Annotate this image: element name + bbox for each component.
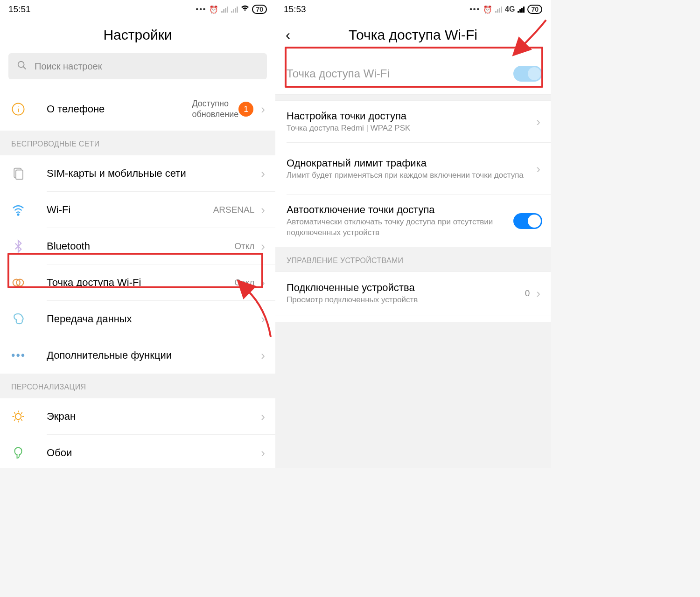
chevron-right-icon: › xyxy=(259,348,267,363)
signal-icon xyxy=(518,6,525,13)
alarm-icon: ⏰ xyxy=(483,5,492,14)
battery-icon: 70 xyxy=(527,5,542,14)
about-title: О телефоне xyxy=(47,103,185,115)
settings-screen: 15:51 ••• ⏰ 70 Настройки Поиск настроек xyxy=(0,0,275,468)
wifi-value: ARSENAL xyxy=(213,205,255,215)
more-icon: ••• xyxy=(11,349,35,362)
hotspot-value: Откл xyxy=(234,278,254,288)
wallpaper-icon xyxy=(11,446,35,460)
data-title: Передача данных xyxy=(47,313,259,325)
update-badge: 1 xyxy=(238,102,253,117)
more-icon: ••• xyxy=(196,5,207,14)
hotspot-toggle[interactable] xyxy=(513,66,542,82)
info-icon xyxy=(11,102,35,116)
status-bar: 15:53 ••• ⏰ 4G 70 xyxy=(275,0,551,19)
hotspot-setup-row[interactable]: Настройка точки доступа Точка доступа Re… xyxy=(275,101,551,143)
display-row[interactable]: Экран › xyxy=(0,398,275,435)
chevron-right-icon: › xyxy=(534,162,542,176)
hotspot-toggle-row[interactable]: Точка доступа Wi-Fi xyxy=(275,53,551,94)
svg-line-1 xyxy=(23,66,26,69)
search-placeholder: Поиск настроек xyxy=(35,61,102,72)
wallpaper-row[interactable]: Обои › xyxy=(0,435,275,468)
toggle-label: Точка доступа Wi-Fi xyxy=(287,67,513,80)
chevron-right-icon: › xyxy=(534,286,542,301)
bluetooth-icon xyxy=(11,239,35,253)
data-icon xyxy=(11,312,35,326)
auto-off-toggle[interactable] xyxy=(513,213,542,229)
back-button[interactable]: ‹ xyxy=(286,27,290,43)
alarm-icon: ⏰ xyxy=(209,5,218,14)
connected-devices-row[interactable]: Подключенные устройства Просмотр подключ… xyxy=(275,272,551,315)
signal-icon xyxy=(221,6,228,13)
hotspot-title: Точка доступа Wi-Fi xyxy=(47,277,234,289)
sim-row[interactable]: SIM-карты и мобильные сети › xyxy=(0,155,275,192)
status-icons: ••• ⏰ 70 xyxy=(196,5,267,14)
hotspot-row[interactable]: Точка доступа Wi-Fi Откл › xyxy=(0,264,275,301)
devices-count: 0 xyxy=(525,288,530,298)
page-title: ‹ Точка доступа Wi-Fi xyxy=(275,19,551,53)
network-label: 4G xyxy=(505,5,515,14)
signal-icon xyxy=(231,6,238,13)
more-title: Дополнительные функции xyxy=(47,349,259,361)
more-row[interactable]: ••• Дополнительные функции › xyxy=(0,337,275,374)
status-bar: 15:51 ••• ⏰ 70 xyxy=(0,0,275,19)
bluetooth-title: Bluetooth xyxy=(47,240,234,252)
chevron-right-icon: › xyxy=(259,312,267,326)
svg-point-10 xyxy=(15,414,21,420)
bluetooth-value: Откл xyxy=(234,241,254,251)
section-wireless: БЕСПРОВОДНЫЕ СЕТИ xyxy=(0,131,275,155)
chevron-right-icon: › xyxy=(534,115,542,129)
more-icon: ••• xyxy=(469,5,480,14)
search-icon xyxy=(17,60,27,73)
wifi-icon xyxy=(241,5,249,14)
status-icons: ••• ⏰ 4G 70 xyxy=(469,5,542,14)
chevron-right-icon: › xyxy=(259,410,267,424)
chevron-right-icon: › xyxy=(259,239,267,254)
status-time: 15:51 xyxy=(8,4,31,14)
signal-icon xyxy=(495,6,502,13)
data-usage-row[interactable]: Передача данных › xyxy=(0,301,275,337)
setup-title: Настройка точки доступа xyxy=(287,110,534,122)
devices-title: Подключенные устройства xyxy=(287,282,525,294)
limit-title: Однократный лимит трафика xyxy=(287,157,534,169)
chevron-right-icon: › xyxy=(259,102,267,117)
about-subtitle: Доступно обновление xyxy=(192,98,238,120)
section-personalization: ПЕРСОНАЛИЗАЦИЯ xyxy=(0,374,275,398)
search-input[interactable]: Поиск настроек xyxy=(8,53,267,79)
autooff-title: Автоотключение точки доступа xyxy=(287,204,509,216)
wifi-title: Wi-Fi xyxy=(47,204,213,216)
chevron-right-icon: › xyxy=(259,167,267,181)
data-limit-row[interactable]: Однократный лимит трафика Лимит будет пр… xyxy=(275,143,551,195)
svg-point-0 xyxy=(18,61,24,67)
svg-point-7 xyxy=(18,214,19,215)
display-icon xyxy=(11,410,35,423)
display-title: Экран xyxy=(47,410,259,423)
wallpaper-title: Обои xyxy=(47,447,259,459)
auto-off-row[interactable]: Автоотключение точки доступа Автоматичес… xyxy=(275,195,551,247)
svg-rect-6 xyxy=(16,170,23,180)
sim-title: SIM-карты и мобильные сети xyxy=(47,167,259,180)
autooff-sub: Автоматически отключать точку доступа пр… xyxy=(287,217,509,238)
about-phone-row[interactable]: О телефоне Доступно обновление 1 › xyxy=(0,88,275,131)
chevron-right-icon: › xyxy=(259,276,267,290)
sim-icon xyxy=(11,167,35,180)
wifi-icon xyxy=(11,203,35,217)
status-time: 15:53 xyxy=(284,4,306,14)
chevron-right-icon: › xyxy=(259,203,267,217)
limit-sub: Лимит будет применяться при каждом включ… xyxy=(287,170,534,181)
wifi-row[interactable]: Wi-Fi ARSENAL › xyxy=(0,192,275,228)
setup-sub: Точка доступа Redmi | WPA2 PSK xyxy=(287,123,534,134)
battery-icon: 70 xyxy=(252,5,267,14)
devices-sub: Просмотр подключенных устройств xyxy=(287,295,525,305)
page-title: Настройки xyxy=(0,19,275,53)
section-devices: УПРАВЛЕНИЕ УСТРОЙСТВАМИ xyxy=(275,247,551,272)
hotspot-icon xyxy=(11,276,35,290)
chevron-right-icon: › xyxy=(259,446,267,460)
bluetooth-row[interactable]: Bluetooth Откл › xyxy=(0,228,275,264)
hotspot-screen: 15:53 ••• ⏰ 4G 70 ‹ Точка доступа Wi-Fi … xyxy=(275,0,551,468)
